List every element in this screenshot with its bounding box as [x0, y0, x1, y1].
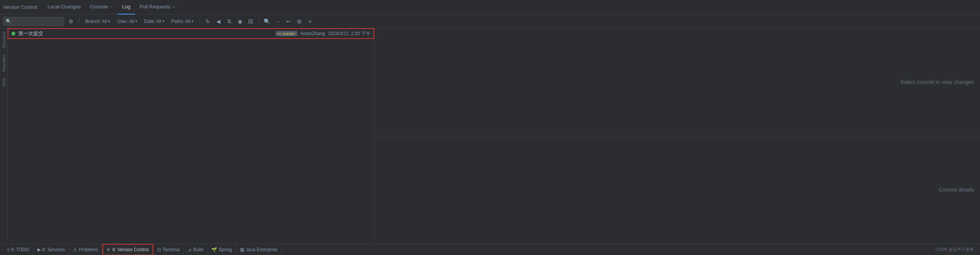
commit-message: 第一次提交: [18, 30, 273, 37]
separator-3: [259, 18, 259, 25]
grid-icon[interactable]: ⊞: [295, 17, 303, 26]
status-problems[interactable]: ⚠ Problems: [69, 244, 102, 255]
right-bottom-panel: Commit details: [375, 136, 980, 244]
status-todo[interactable]: ≡ 6: TODO: [3, 244, 34, 255]
branch-filter[interactable]: Branch: All ▾: [83, 17, 112, 26]
commit-tag: 🏷 master: [276, 31, 297, 36]
status-terminal[interactable]: ⊡ Terminal: [153, 244, 184, 255]
status-java-enterprise[interactable]: ▦ Java Enterprise: [236, 244, 282, 255]
spring-label: Spring: [219, 247, 232, 252]
close-pull-requests-tab[interactable]: ×: [172, 5, 175, 9]
services-label: 8: Services: [42, 247, 65, 252]
status-bar-left: ≡ 6: TODO ▶ 8: Services ⚠ Problems ⊩ 9: …: [3, 244, 282, 255]
side-label-web[interactable]: Web: [1, 75, 7, 89]
settings-icon[interactable]: ⚙: [67, 17, 75, 26]
user-arrow-icon: ▾: [135, 19, 137, 23]
todo-label: 6: TODO: [11, 247, 29, 252]
paths-filter[interactable]: Paths: All ▾: [169, 17, 196, 26]
status-bar: ≡ 6: TODO ▶ 8: Services ⚠ Problems ⊩ 9: …: [0, 244, 980, 255]
version-control-status-label: 9: Version Control: [112, 247, 149, 252]
java-enterprise-icon: ▦: [240, 247, 244, 252]
problems-icon: ⚠: [73, 247, 77, 252]
tab-console[interactable]: Console ×: [85, 0, 117, 15]
refresh-icon[interactable]: ↻: [204, 17, 212, 26]
expand-icon[interactable]: ⊟: [247, 17, 255, 26]
close-console-tab[interactable]: ×: [110, 5, 113, 9]
commit-details-placeholder: Commit details: [938, 187, 974, 193]
right-top-panel: Select commit to view changes: [375, 28, 980, 136]
side-labels: Structure Favorites Web: [0, 28, 8, 244]
undo-icon[interactable]: ↩: [284, 17, 293, 26]
tag-icon: 🏷: [277, 32, 281, 36]
separator-2: [200, 18, 200, 25]
status-services[interactable]: ▶ 8: Services: [34, 244, 69, 255]
user-filter[interactable]: User: All ▾: [115, 17, 140, 26]
search2-icon[interactable]: 🔍: [263, 17, 271, 26]
terminal-icon: ⊡: [157, 247, 161, 252]
toolbar: 🔍 ⚙ Branch: All ▾ User: All ▾ Date: All …: [0, 15, 980, 28]
sort-icon[interactable]: ⇅: [225, 17, 234, 26]
commit-row[interactable]: 第一次提交 🏷 master ActonZhang 2024/3/21, 2:2…: [8, 28, 374, 39]
date-arrow-icon: ▾: [162, 19, 164, 23]
branch-arrow-icon: ▾: [108, 19, 110, 23]
tab-log[interactable]: Log: [117, 0, 135, 15]
select-commit-placeholder: Select commit to view changes: [900, 79, 974, 85]
arrow-right-icon[interactable]: →: [274, 17, 282, 26]
paths-arrow-icon: ▾: [191, 19, 193, 23]
build-label: Build: [193, 247, 203, 252]
commit-dot: [11, 32, 15, 36]
eye-icon[interactable]: ◉: [236, 17, 244, 26]
commit-list: 第一次提交 🏷 master ActonZhang 2024/3/21, 2:2…: [8, 28, 374, 244]
search-input[interactable]: [13, 19, 59, 24]
version-control-label: Version Control:: [3, 4, 39, 10]
commit-meta: 🏷 master ActonZhang 2024/3/21, 2:20 下午: [276, 31, 370, 37]
side-label-favorites[interactable]: Favorites: [1, 52, 7, 75]
build-icon: ⊿: [188, 247, 191, 252]
terminal-label: Terminal: [162, 247, 180, 252]
status-version-control[interactable]: ⊩ 9: Version Control: [102, 244, 153, 255]
main-content: Structure Favorites Web 第一次提交 🏷 master A…: [0, 28, 980, 244]
status-spring[interactable]: 🌱 Spring: [208, 244, 236, 255]
separator-1: [79, 18, 79, 25]
problems-label: Problems: [79, 247, 98, 252]
back-icon[interactable]: ◀: [214, 17, 223, 26]
commit-date: 2024/3/21, 2:20 下午: [328, 31, 370, 37]
status-build[interactable]: ⊿ Build: [184, 244, 208, 255]
java-enterprise-label: Java Enterprise: [246, 247, 277, 252]
side-label-structure[interactable]: Structure: [1, 28, 7, 52]
list-icon[interactable]: ≡: [306, 17, 314, 26]
search-icon: 🔍: [6, 19, 11, 24]
right-panel: Select commit to view changes Commit det…: [375, 28, 980, 244]
date-filter[interactable]: Date: All ▾: [142, 17, 167, 26]
version-control-icon: ⊩: [107, 247, 111, 252]
commit-panel: 第一次提交 🏷 master ActonZhang 2024/3/21, 2:2…: [8, 28, 375, 244]
services-icon: ▶: [37, 247, 41, 252]
search-box[interactable]: 🔍: [3, 17, 64, 26]
tab-bar: Version Control: Local Changes Console ×…: [0, 0, 980, 15]
status-bar-right-text: CSDN @吴声子夜歌: [936, 247, 977, 252]
todo-icon: ≡: [7, 247, 10, 252]
tab-local-changes[interactable]: Local Changes: [43, 0, 86, 15]
tab-pull-requests[interactable]: Pull Requests ×: [135, 0, 180, 15]
spring-icon: 🌱: [211, 247, 217, 252]
commit-author: ActonZhang: [300, 31, 325, 36]
